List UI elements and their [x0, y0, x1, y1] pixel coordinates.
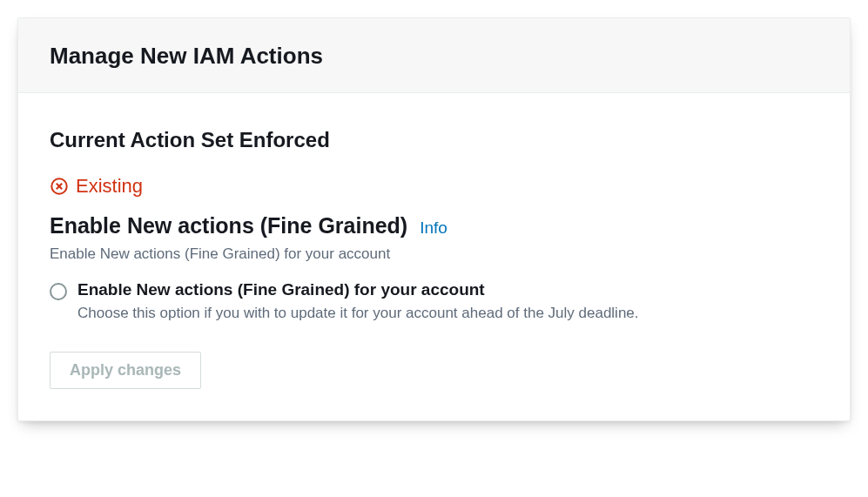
enable-new-actions-header: Enable New actions (Fine Grained) Info [50, 213, 818, 238]
radio-unchecked-icon[interactable] [50, 283, 67, 300]
enable-new-actions-title: Enable New actions (Fine Grained) [50, 213, 407, 238]
card-body: Current Action Set Enforced Existing Ena… [18, 93, 850, 420]
status-row: Existing [50, 175, 818, 198]
page-title: Manage New IAM Actions [50, 43, 818, 70]
radio-option-label: Enable New actions (Fine Grained) for yo… [77, 280, 818, 299]
radio-content: Enable New actions (Fine Grained) for yo… [77, 280, 818, 324]
current-action-set-heading: Current Action Set Enforced [50, 128, 818, 152]
card-header: Manage New IAM Actions [18, 18, 850, 93]
enable-new-actions-description: Enable New actions (Fine Grained) for yo… [50, 245, 818, 263]
status-text: Existing [76, 175, 143, 198]
enable-new-actions-option[interactable]: Enable New actions (Fine Grained) for yo… [50, 280, 818, 324]
error-circle-icon [50, 177, 69, 196]
info-link[interactable]: Info [420, 218, 447, 238]
radio-option-description: Choose this option if you with to update… [77, 303, 818, 324]
apply-changes-button[interactable]: Apply changes [50, 352, 201, 389]
manage-iam-actions-card: Manage New IAM Actions Current Action Se… [17, 17, 851, 421]
